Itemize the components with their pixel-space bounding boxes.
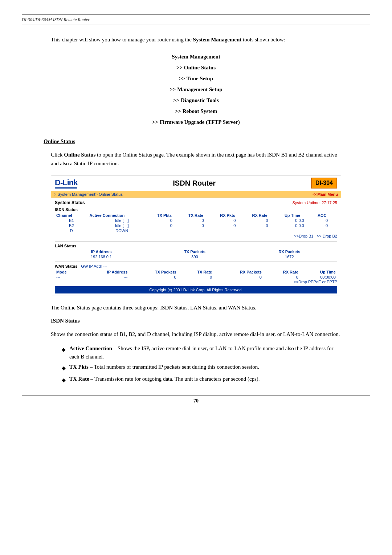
bullet-text-3: TX Rate – Transmission rate for outgoing… [69, 375, 260, 383]
system-status-bar: System Status System Uptime: 27:17:25 [55, 200, 337, 205]
bullet-diamond-3: ◆ [62, 376, 66, 385]
menu-item-4: >> Diagnostic Tools [22, 95, 370, 106]
router-content: System Status System Uptime: 27:17:25 IS… [51, 198, 341, 296]
drop-links: >>Drop B1 >> Drop B2 [55, 234, 337, 238]
isdn-row-d: D DOWN [55, 228, 337, 233]
isdn-row-b2: B2 Idle [---] 0 0 0 0 0:0:0 0 [55, 223, 337, 228]
wan-col-ip: IP Address [82, 270, 129, 275]
nav-path: > System Management> Online Status [54, 192, 123, 197]
wan-gw-label: GW IP Addr --- [81, 264, 107, 268]
bullet-diamond-1: ◆ [62, 345, 66, 354]
menu-title: System Management [22, 51, 370, 62]
online-status-heading: Online Status [44, 138, 348, 145]
router-header: D-Link ISDN Router DI-304 [51, 175, 341, 191]
copyright-bar: Copyright (c) 2001 D-Link Corp. All Righ… [55, 286, 337, 293]
dlink-logo: D-Link [55, 178, 77, 189]
isdn-col-rxrate: RX Rate [251, 213, 283, 218]
lan-col-txpkts: TX Packets [148, 249, 241, 254]
wan-status-section: WAN Status GW IP Addr --- Mode IP Addres… [55, 262, 337, 284]
doc-title: DI-304/DI-304M ISDN Remote Router [22, 17, 370, 23]
di304-badge: DI-304 [311, 178, 337, 189]
menu-item-6: >> Firmware Upgrade (TFTP Server) [22, 117, 370, 127]
isdn-col-txpkts: TX Pkts [156, 213, 187, 218]
body-para1: The Online Status page contains three su… [51, 303, 341, 312]
wan-table: Mode IP Address TX Packets TX Rate RX Pa… [55, 270, 337, 280]
footer-page-number: 70 [22, 398, 370, 404]
menu-item-3: >> Management Setup [22, 84, 370, 95]
isdn-status-label: ISDN Status [55, 207, 337, 212]
lan-col-ip: IP Address [55, 249, 148, 254]
menu-item-2: >> Time Setup [22, 73, 370, 84]
isdn-status-desc: Shows the connection status of B1, B2, a… [51, 330, 341, 339]
isdn-col-uptime: Up Time [283, 213, 316, 218]
isdn-status-section-heading: ISDN Status [51, 318, 341, 324]
isdn-col-active: Active Connection [88, 213, 156, 218]
bullet-diamond-2: ◆ [62, 364, 66, 373]
isdn-table: Channel Active Connection TX Pkts TX Rat… [55, 213, 337, 233]
lan-row: 192.168.0.1 390 1672 [55, 254, 337, 259]
wan-col-txrate: TX Rate [178, 270, 214, 275]
lan-col-rxpkts: RX Packets [242, 249, 337, 254]
wan-col-rxpkts: RX Packets [213, 270, 263, 275]
lan-table: IP Address TX Packets RX Packets 192.168… [55, 249, 337, 259]
bullet-text-1: Active Connection – Shows the ISP, activ… [69, 344, 341, 361]
lan-status-label: LAN Status [55, 244, 337, 248]
isdn-col-txrate: TX Rate [187, 213, 219, 218]
bullet-text-2: TX Pkts – Total numbers of transmitted I… [69, 363, 259, 371]
isdn-col-aoc: AOC [316, 213, 337, 218]
drop-b2-link[interactable]: >> Drop B2 [317, 234, 337, 238]
nav-bar: > System Management> Online Status <<Mai… [51, 191, 341, 198]
router-ui-box: D-Link ISDN Router DI-304 > System Manag… [51, 175, 341, 296]
bullet-list: ◆ Active Connection – Shows the ISP, act… [62, 344, 341, 385]
menu-item-1: >> Online Status [22, 62, 370, 73]
isdn-row-b1: B1 Idle [---] 0 0 0 0 0:0:0 0 [55, 218, 337, 223]
drop-b1-link[interactable]: >>Drop B1 [294, 234, 313, 238]
isdn-col-channel: Channel [55, 213, 88, 218]
system-uptime: System Uptime: 27:17:25 [292, 200, 337, 205]
wan-col-uptime: Up Time [300, 270, 337, 275]
wan-col-rxrate: RX Rate [263, 270, 300, 275]
bullet-item-2: ◆ TX Pkts – Total numbers of transmitted… [62, 363, 341, 373]
online-status-intro: Click Online Status to open the Online S… [51, 150, 341, 168]
main-menu-link[interactable]: <<Main Menu [313, 192, 338, 197]
wan-row: --- --- 0 0 0 0 00:00:00 [55, 275, 337, 280]
wan-col-txpkts: TX Packets [129, 270, 177, 275]
intro-paragraph: This chapter will show you how to manage… [51, 35, 341, 44]
bullet-item-1: ◆ Active Connection – Shows the ISP, act… [62, 344, 341, 361]
bullet-item-3: ◆ TX Rate – Transmission rate for outgoi… [62, 375, 341, 385]
system-status-label: System Status [55, 200, 85, 205]
menu-item-5: >> Reboot System [22, 106, 370, 117]
drop-pptp-link: >>Drop PPPoE or PPTP [55, 280, 337, 284]
router-title: ISDN Router [173, 179, 216, 187]
wan-status-label: WAN Status [55, 264, 77, 268]
menu-block: System Management >> Online Status >> Ti… [22, 51, 370, 127]
isdn-status-section: ISDN Status Channel Active Connection TX… [55, 207, 337, 238]
lan-status-section: LAN Status IP Address TX Packets RX Pack… [55, 241, 337, 259]
isdn-col-rxpkts: RX Pkts [219, 213, 250, 218]
wan-col-mode: Mode [55, 270, 82, 275]
